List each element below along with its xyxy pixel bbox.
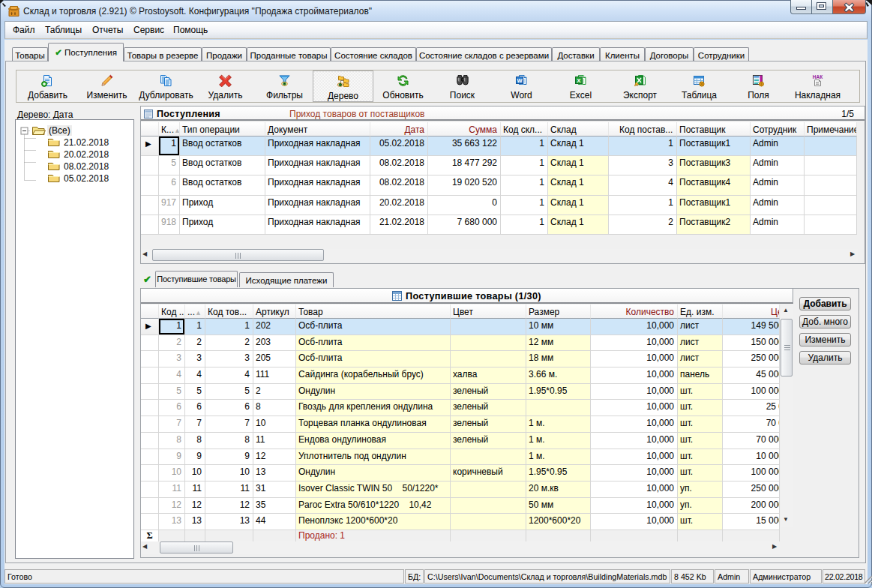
svg-text:НАК: НАК xyxy=(813,74,823,80)
svg-text:X: X xyxy=(577,77,581,84)
svg-text:W: W xyxy=(517,77,523,84)
